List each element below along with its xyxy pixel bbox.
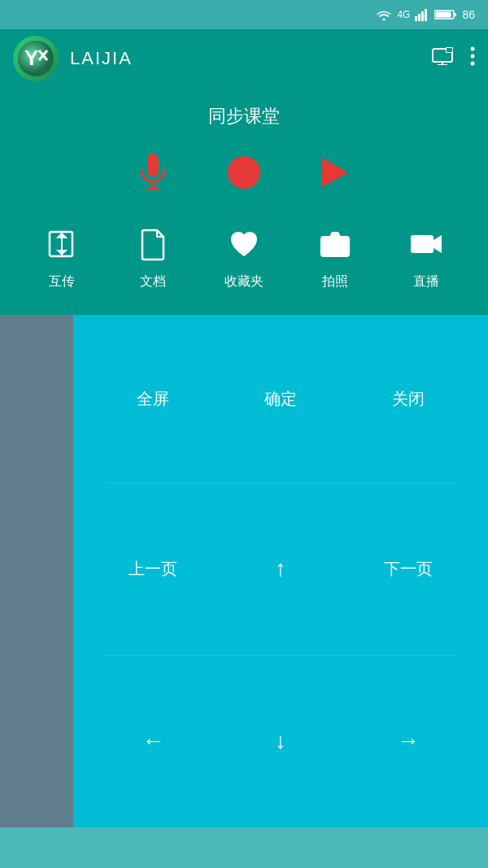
photo-icon-box	[314, 223, 356, 265]
prev-page-button[interactable]: 上一页	[120, 550, 185, 588]
battery-icon	[434, 9, 457, 20]
status-bar: 4G 86	[0, 0, 488, 29]
document-icon	[136, 227, 170, 261]
feature-favorites[interactable]: 收藏夹	[223, 223, 265, 290]
main-section: 同步课堂	[0, 88, 488, 315]
sidebar	[0, 315, 73, 827]
up-arrow-button[interactable]: ↑	[248, 547, 313, 590]
document-icon-box	[132, 223, 174, 265]
camera-icon	[318, 227, 352, 261]
svg-rect-2	[421, 11, 424, 21]
svg-rect-3	[425, 9, 427, 21]
app-header: Y LAIJIA	[0, 29, 488, 88]
more-options-icon[interactable]	[470, 46, 475, 71]
feature-transfer[interactable]: 互传	[41, 223, 83, 290]
play-triangle	[322, 158, 348, 187]
transfer-label: 互传	[49, 273, 75, 290]
svg-rect-6	[436, 12, 451, 18]
svg-rect-0	[415, 16, 417, 21]
svg-rect-19	[147, 154, 159, 177]
mic-icon	[138, 154, 168, 191]
header-actions	[431, 46, 475, 71]
svg-marker-30	[434, 235, 442, 253]
play-button[interactable]	[314, 151, 356, 194]
controls-row	[0, 151, 488, 194]
panel-row-1: 全屏 确定 关闭	[89, 364, 472, 434]
svg-rect-1	[418, 14, 420, 21]
feature-document[interactable]: 文档	[132, 223, 174, 290]
wifi-icon	[376, 8, 392, 21]
photo-label: 拍照	[322, 273, 348, 290]
svg-point-16	[471, 47, 475, 51]
fullscreen-button[interactable]: 全屏	[120, 380, 185, 418]
svg-point-28	[344, 240, 346, 242]
svg-point-17	[471, 55, 475, 59]
feature-live[interactable]: 直播	[405, 223, 447, 290]
mic-button[interactable]	[132, 151, 174, 194]
battery-level: 86	[462, 8, 475, 21]
app-name: LAIJIA	[70, 48, 431, 69]
divider-2	[106, 655, 455, 656]
svg-rect-5	[454, 13, 456, 16]
document-label: 文档	[140, 273, 166, 290]
cyan-panel: 全屏 确定 关闭 上一页 ↑ 下一页 ← ↓ →	[73, 315, 488, 827]
favorites-icon-box	[223, 223, 265, 265]
right-arrow-button[interactable]: →	[376, 720, 441, 762]
transfer-icon-box	[41, 223, 83, 265]
close-button[interactable]: 关闭	[376, 380, 441, 418]
record-dot	[228, 156, 260, 189]
page-title: 同步课堂	[0, 104, 488, 129]
live-icon-box	[405, 223, 447, 265]
down-arrow-button[interactable]: ↓	[248, 720, 313, 762]
video-icon	[409, 227, 443, 261]
panel-row-2: 上一页 ↑ 下一页	[89, 531, 472, 606]
svg-marker-25	[56, 250, 68, 255]
transfer-icon	[45, 227, 79, 261]
signal-icon	[415, 8, 429, 21]
svg-rect-15	[447, 48, 452, 52]
live-label: 直播	[413, 273, 439, 290]
status-icons: 4G 86	[376, 8, 475, 21]
svg-point-27	[329, 241, 341, 252]
next-page-button[interactable]: 下一页	[376, 550, 441, 588]
svg-marker-24	[56, 233, 68, 238]
panel-row-3: ← ↓ →	[89, 704, 472, 779]
features-row: 互传 文档 收藏夹	[0, 223, 488, 290]
app-logo: Y	[13, 36, 59, 81]
svg-point-18	[471, 62, 475, 66]
favorites-label: 收藏夹	[224, 273, 264, 290]
heart-icon	[227, 227, 261, 261]
lower-section: 全屏 确定 关闭 上一页 ↑ 下一页 ← ↓ →	[0, 315, 488, 827]
record-button[interactable]	[223, 151, 265, 194]
confirm-button[interactable]: 确定	[248, 380, 313, 418]
feature-photo[interactable]: 拍照	[314, 223, 356, 290]
left-arrow-button[interactable]: ←	[120, 720, 185, 762]
signal-4g: 4G	[397, 9, 410, 20]
svg-text:Y: Y	[24, 46, 38, 70]
divider-1	[106, 482, 455, 483]
cast-icon[interactable]	[431, 47, 454, 70]
svg-rect-29	[411, 235, 434, 253]
